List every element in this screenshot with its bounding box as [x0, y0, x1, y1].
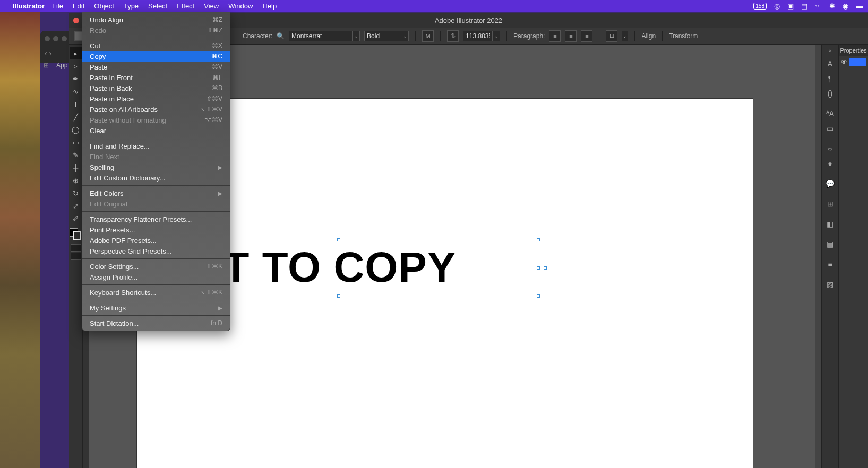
line-tool-icon[interactable]: ╱	[70, 110, 82, 123]
menu-item-label: Print Presets...	[90, 226, 222, 234]
collapse-panels-icon[interactable]: «	[829, 48, 832, 54]
menu-item-color-settings[interactable]: Color Settings...⇧⌘K	[82, 261, 230, 272]
direct-selection-tool-icon[interactable]: ▹	[70, 59, 82, 72]
menu-type[interactable]: Type	[124, 2, 139, 10]
rectangle-tool-icon[interactable]: ▭	[70, 136, 82, 149]
align-link[interactable]: Align	[641, 32, 656, 40]
tray-square-icon[interactable]: ▣	[787, 2, 794, 10]
font-style-dropdown-icon[interactable]: ⌄	[401, 31, 409, 41]
stroke-panel-icon[interactable]: ≡	[823, 257, 837, 271]
macos-menubar: Illustrator File Edit Object Type Select…	[0, 0, 868, 12]
font-size-dropdown-icon[interactable]: ⌄	[493, 31, 500, 41]
menu-item-copy[interactable]: Copy⌘C	[82, 51, 230, 62]
type-tool-icon[interactable]: T	[70, 98, 82, 110]
window-close-button[interactable]	[73, 18, 79, 23]
font-family-dropdown-icon[interactable]: ⌄	[353, 31, 360, 41]
menu-item-print-presets[interactable]: Print Presets...	[82, 224, 230, 235]
menu-item-edit-colors[interactable]: Edit Colors▶	[82, 188, 230, 198]
glyphs-panel-icon[interactable]: ᴬA	[823, 107, 837, 120]
menu-item-paste-in-back[interactable]: Paste in Back⌘B	[82, 83, 230, 93]
appearance-light-icon[interactable]: ☼	[823, 142, 837, 155]
menu-item-label: Paste in Back	[90, 84, 212, 92]
menu-item-shortcut: ⌥⌘V	[204, 116, 222, 124]
menu-item-label: Clear	[90, 127, 222, 135]
paragraph-panel-icon[interactable]: ¶	[823, 72, 837, 85]
menu-item-keyboard-shortcuts[interactable]: Keyboard Shortcuts...⌥⇧⌘K	[82, 287, 230, 298]
menu-item-transparency-flattener-presets[interactable]: Transparency Flattener Presets...	[82, 214, 230, 224]
transparency-panel-icon[interactable]: ▨	[823, 278, 837, 291]
menu-item-adobe-pdf-presets[interactable]: Adobe PDF Presets...	[82, 235, 230, 246]
tray-circle-icon[interactable]: ◉	[843, 2, 848, 10]
appearance-dark-icon[interactable]: ●	[823, 157, 837, 170]
selection-tool-icon[interactable]: ▸	[70, 47, 82, 59]
curvature-tool-icon[interactable]: ∿	[70, 85, 82, 98]
pen-tool-icon[interactable]: ✒	[70, 72, 82, 85]
menu-help[interactable]: Help	[262, 2, 277, 10]
eyedropper-tool-icon[interactable]: ✐	[70, 212, 82, 225]
align-left-icon[interactable]: ≡	[549, 30, 561, 42]
touch-type-icon[interactable]: M	[422, 30, 434, 42]
menu-item-cut[interactable]: Cut⌘X	[82, 40, 230, 51]
opentype-panel-icon[interactable]: ()	[823, 86, 837, 100]
shape-builder-tool-icon[interactable]: ⊕	[70, 174, 82, 187]
font-size-link-icon[interactable]: ⇅	[447, 30, 459, 42]
menubar-tray: 158 ◎ ▣ ▤ ᯤ ✱ ◉ ▬	[753, 2, 863, 10]
menu-object[interactable]: Object	[94, 2, 114, 10]
artboards-panel-icon[interactable]: ▤	[823, 237, 837, 251]
menu-item-my-settings[interactable]: My Settings▶	[82, 302, 230, 313]
menu-item-label: Transparency Flattener Presets...	[90, 215, 222, 223]
properties-tab[interactable]: Properties	[839, 45, 868, 56]
font-style-input[interactable]	[364, 31, 401, 41]
font-search-icon[interactable]: 🔍	[277, 32, 285, 40]
menu-select[interactable]: Select	[148, 2, 167, 10]
scrollbar-vertical[interactable]	[815, 45, 821, 468]
fill-stroke-proxy[interactable]	[70, 228, 82, 243]
draw-mode-icon[interactable]	[71, 244, 81, 252]
battery-icon[interactable]: ▬	[856, 2, 863, 10]
menu-edit[interactable]: Edit	[73, 2, 84, 10]
menu-item-paste-in-front[interactable]: Paste in Front⌘F	[82, 72, 230, 83]
menu-item-paste[interactable]: Paste⌘V	[82, 62, 230, 72]
font-family-input[interactable]	[289, 31, 353, 41]
menu-item-undo-align[interactable]: Undo Align⌘Z	[82, 14, 230, 25]
screen-mode-icon[interactable]	[71, 253, 81, 260]
styles-panel-icon[interactable]: ▭	[823, 122, 837, 135]
menu-view[interactable]: View	[204, 2, 219, 10]
layer-visibility-icon[interactable]: 👁	[841, 58, 847, 66]
align-panel-dropdown-icon[interactable]: ⌄	[622, 31, 628, 41]
menu-item-clear[interactable]: Clear	[82, 125, 230, 136]
align-panel2-icon[interactable]: ⊞	[823, 197, 837, 211]
paintbrush-tool-icon[interactable]: ✎	[70, 149, 82, 161]
menu-file[interactable]: File	[52, 2, 63, 10]
transform-link[interactable]: Transform	[669, 32, 698, 40]
menu-item-paste-on-all-artboards[interactable]: Paste on All Artboards⌥⇧⌘V	[82, 104, 230, 115]
width-tool-icon[interactable]: ┼	[70, 161, 82, 174]
align-panel-icon[interactable]: ⊞	[606, 30, 617, 42]
character-panel-icon[interactable]: A	[823, 57, 837, 71]
menu-item-paste-in-place[interactable]: Paste in Place⇧⌘V	[82, 93, 230, 104]
tray-badge[interactable]: 158	[753, 3, 767, 10]
menu-window[interactable]: Window	[228, 2, 253, 10]
align-center-icon[interactable]: ≡	[565, 30, 577, 42]
menu-effect[interactable]: Effect	[177, 2, 194, 10]
align-right-icon[interactable]: ≡	[581, 30, 592, 42]
menu-item-shortcut: ⇧⌘Z	[207, 27, 222, 34]
wifi-icon[interactable]: ᯤ	[815, 2, 822, 10]
menu-item-find-and-replace[interactable]: Find and Replace...	[82, 141, 230, 151]
menu-item-edit-custom-dictionary[interactable]: Edit Custom Dictionary...	[82, 172, 230, 183]
pathfinder-panel-icon[interactable]: ◧	[823, 217, 837, 231]
bluetooth-icon[interactable]: ✱	[829, 2, 835, 10]
menu-item-assign-profile[interactable]: Assign Profile...	[82, 272, 230, 282]
creative-cloud-icon[interactable]: ◎	[774, 2, 780, 10]
comments-panel-icon[interactable]: 💬	[823, 177, 837, 190]
app-name[interactable]: Illustrator	[13, 2, 45, 10]
ellipse-tool-icon[interactable]: ◯	[70, 123, 82, 136]
menu-item-perspective-grid-presets[interactable]: Perspective Grid Presets...	[82, 246, 230, 256]
layer-row[interactable]: 👁	[839, 56, 868, 68]
font-size-input[interactable]	[463, 31, 493, 41]
rotate-tool-icon[interactable]: ↻	[70, 187, 82, 200]
tray-camera-icon[interactable]: ▤	[801, 2, 807, 10]
menu-item-spelling[interactable]: Spelling▶	[82, 162, 230, 172]
menu-item-start-dictation[interactable]: Start Dictation...fn D	[82, 318, 230, 328]
scale-tool-icon[interactable]: ⤢	[70, 200, 82, 212]
